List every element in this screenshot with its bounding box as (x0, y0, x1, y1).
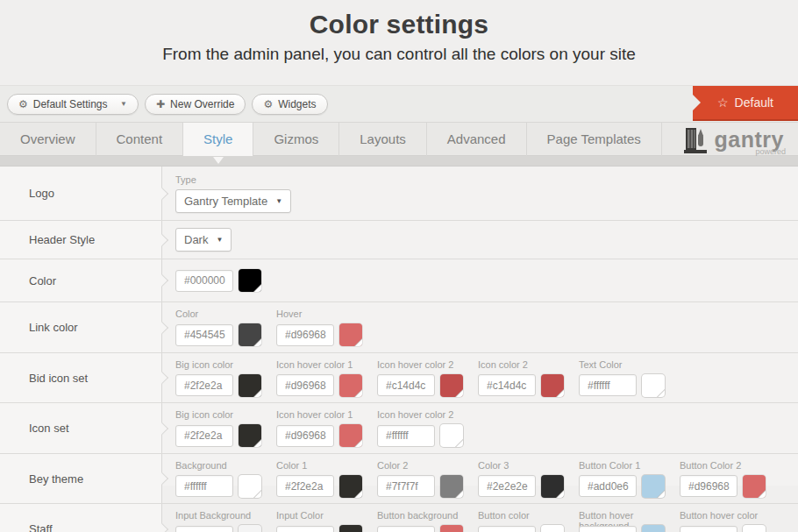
select-value: Dark (184, 233, 208, 246)
field-group: Icon hover color 2 (377, 359, 478, 397)
page-subtitle: From the admin panel, you can control al… (0, 45, 798, 64)
color-hex-input[interactable] (276, 425, 334, 447)
chevron-down-icon: ▼ (216, 236, 223, 244)
tab-layouts[interactable]: Layouts (339, 123, 427, 156)
color-swatch[interactable] (339, 374, 362, 397)
color-hex-input[interactable] (377, 374, 435, 396)
color-swatch[interactable] (239, 424, 261, 447)
row-label: Header Style (0, 221, 162, 259)
settings-row-logo: LogoTypeGantry Template▼ (0, 167, 798, 221)
color-hex-input[interactable] (377, 425, 435, 447)
row-label: Logo (0, 167, 162, 220)
field-group: Icon color 2 (478, 359, 579, 397)
color-swatch[interactable] (541, 525, 564, 532)
field-label: Type (175, 174, 291, 185)
color-swatch[interactable] (440, 475, 463, 498)
widgets-label: Widgets (278, 98, 316, 110)
field-group: Icon hover color 1 (276, 409, 377, 447)
color-hex-input[interactable] (377, 475, 435, 497)
tab-page-templates[interactable]: Page Templates (527, 123, 662, 156)
color-swatch[interactable] (440, 374, 463, 397)
tab-bar: OverviewContentStyleGizmosLayoutsAdvance… (0, 123, 798, 156)
page-header: Color settings From the admin panel, you… (0, 0, 798, 85)
field-group: Button hover color (680, 510, 780, 532)
field-label: Icon hover color 2 (377, 359, 478, 370)
tab-content[interactable]: Content (96, 123, 184, 156)
color-hex-input[interactable] (478, 526, 536, 532)
color-swatch[interactable] (642, 374, 665, 397)
field-label: Button background (377, 510, 478, 521)
color-hex-input[interactable] (478, 374, 536, 396)
row-label: Icon set (0, 403, 162, 453)
color-hex-input[interactable] (175, 425, 233, 447)
field-group: Background (175, 460, 276, 498)
color-hex-input[interactable] (680, 526, 737, 532)
arrow-notch (693, 95, 701, 110)
color-swatch[interactable] (339, 525, 362, 532)
row-fields: ColorHover (162, 302, 798, 352)
widgets-button[interactable]: ⚙ Widgets (252, 94, 327, 115)
color-hex-input[interactable] (579, 374, 637, 396)
row-fields: Dark▼ (162, 221, 798, 259)
settings-row-header-style: Header StyleDark▼ (0, 221, 798, 259)
color-swatch[interactable] (642, 475, 665, 498)
color-swatch[interactable] (541, 475, 564, 498)
row-label: Bey theme (0, 454, 162, 503)
select-header-style[interactable]: Dark▼ (175, 228, 232, 252)
color-hex-input[interactable] (579, 475, 637, 497)
color-hex-input[interactable] (175, 475, 233, 497)
gantry-crane-icon (683, 125, 709, 154)
settings-row-staff: StaffInput BackgroundInput ColorButton b… (0, 504, 798, 532)
field-group: Button hover background (579, 510, 680, 532)
color-hex-input[interactable] (276, 526, 334, 532)
color-swatch[interactable] (440, 424, 463, 447)
field-group: Color 3 (478, 460, 579, 498)
tab-gizmos[interactable]: Gizmos (253, 123, 339, 156)
field-label: Button hover color (680, 510, 780, 521)
color-swatch[interactable] (743, 475, 766, 498)
field-group: Icon hover color 2 (377, 409, 478, 447)
color-swatch[interactable] (339, 475, 362, 498)
settings-panel: LogoTypeGantry Template▼Header StyleDark… (0, 167, 798, 486)
color-hex-input[interactable] (175, 270, 233, 292)
field-group: Color 2 (377, 460, 478, 498)
field-label: Icon color 2 (478, 359, 579, 370)
color-swatch[interactable] (642, 525, 665, 532)
field-group: Button Color 2 (680, 460, 780, 498)
select-type[interactable]: Gantry Template▼ (175, 189, 291, 213)
color-swatch[interactable] (239, 269, 261, 292)
tab-advanced[interactable]: Advanced (427, 123, 527, 156)
color-hex-input[interactable] (276, 374, 334, 396)
field-group: Button color (478, 510, 579, 532)
color-hex-input[interactable] (680, 475, 737, 497)
color-hex-input[interactable] (478, 475, 536, 497)
field-label: Hover (276, 309, 377, 319)
preset-selector-button[interactable]: ⚙ Default Settings ▼ (7, 94, 139, 115)
default-preset-button[interactable]: ☆ Default (693, 86, 798, 121)
row-fields: Input BackgroundInput ColorButton backgr… (162, 504, 798, 532)
color-hex-input[interactable] (276, 475, 334, 497)
field-group (175, 269, 276, 292)
color-hex-input[interactable] (377, 526, 435, 532)
color-hex-input[interactable] (175, 374, 233, 396)
new-override-button[interactable]: ✚ New Override (145, 94, 246, 115)
color-swatch[interactable] (440, 525, 463, 532)
color-swatch[interactable] (239, 475, 261, 498)
tab-style[interactable]: Style (183, 123, 253, 156)
color-swatch[interactable] (339, 424, 362, 447)
color-hex-input[interactable] (276, 324, 334, 346)
color-swatch[interactable] (743, 525, 766, 532)
field-label: Color 1 (276, 460, 377, 471)
field-group: Color (175, 309, 276, 346)
color-swatch[interactable] (541, 374, 564, 397)
color-hex-input[interactable] (175, 324, 233, 346)
color-swatch[interactable] (339, 323, 362, 346)
field-label: Icon hover color 1 (276, 409, 377, 420)
color-hex-input[interactable] (579, 526, 637, 532)
color-hex-input[interactable] (175, 526, 233, 532)
tab-overview[interactable]: Overview (0, 123, 96, 156)
color-swatch[interactable] (239, 323, 261, 346)
field-group: Text Color (579, 359, 680, 397)
color-swatch[interactable] (239, 374, 261, 397)
color-swatch[interactable] (239, 525, 261, 532)
